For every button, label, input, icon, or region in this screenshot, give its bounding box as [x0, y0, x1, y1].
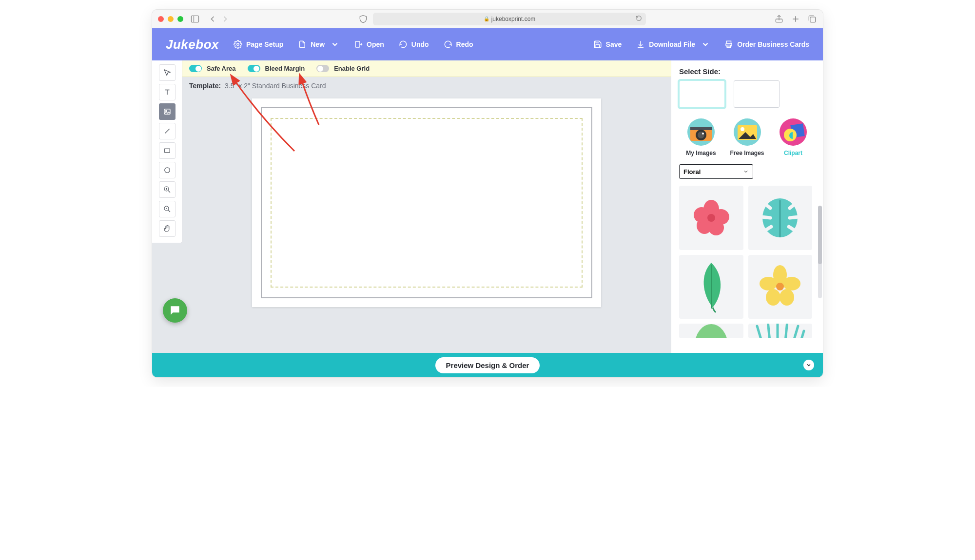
tab-free-images[interactable]: Free Images: [725, 117, 769, 156]
svg-point-29: [698, 132, 704, 138]
clipart-category-select[interactable]: Floral: [679, 164, 753, 179]
svg-point-53: [780, 289, 794, 306]
redo-icon: [444, 40, 452, 49]
canvas-stage[interactable]: [182, 90, 671, 353]
address-bar[interactable]: 🔒 jukeboxprint.com: [373, 13, 646, 25]
brand-logo[interactable]: Jukebox: [166, 37, 219, 52]
svg-rect-5: [810, 17, 816, 22]
circle-tool[interactable]: [159, 162, 176, 178]
redo-label: Redo: [456, 40, 473, 48]
gear-icon: [234, 40, 242, 49]
clipart-yellow-flower[interactable]: [748, 255, 813, 319]
tab-free-images-label: Free Images: [730, 150, 764, 156]
chevron-down-icon: [331, 40, 339, 49]
clipart-scrollbar[interactable]: [818, 206, 822, 298]
svg-line-61: [785, 324, 787, 338]
zoom-in-tool[interactable]: [159, 181, 176, 198]
tabs-icon[interactable]: [807, 14, 817, 24]
open-button[interactable]: Open: [354, 40, 384, 49]
svg-point-55: [760, 277, 777, 290]
save-icon: [593, 40, 602, 49]
svg-point-41: [694, 207, 709, 223]
safe-area-guide: [271, 118, 583, 288]
side-front-thumb[interactable]: [679, 80, 725, 108]
shapes-icon: [778, 117, 809, 147]
clipart-hibiscus[interactable]: [679, 186, 743, 250]
svg-line-19: [168, 191, 170, 193]
svg-line-59: [768, 324, 770, 338]
privacy-shield-icon[interactable]: [358, 14, 368, 24]
chevron-down-icon: [743, 169, 749, 174]
chat-support-button[interactable]: [163, 298, 187, 323]
tab-clipart[interactable]: Clipart: [771, 117, 815, 156]
svg-point-30: [702, 133, 704, 135]
canvas-column: Safe Area Bleed Margin Enable Grid Templ…: [182, 60, 671, 353]
svg-point-17: [164, 168, 170, 173]
browser-chrome: 🔒 jukeboxprint.com: [152, 10, 823, 28]
template-label: Template:: [189, 82, 221, 90]
chevron-down-icon: [701, 40, 710, 49]
image-tool[interactable]: [159, 103, 176, 120]
text-tool[interactable]: [159, 84, 176, 100]
save-label: Save: [606, 40, 622, 48]
tab-my-images[interactable]: My Images: [679, 117, 723, 156]
svg-point-33: [741, 127, 744, 131]
svg-point-56: [776, 283, 784, 290]
download-label: Download File: [649, 40, 695, 48]
minimize-window[interactable]: [168, 16, 174, 22]
enable-grid-toggle[interactable]: [316, 65, 329, 72]
select-tool[interactable]: [159, 64, 176, 81]
undo-label: Undo: [411, 40, 429, 48]
order-button[interactable]: Order Business Cards: [724, 40, 809, 49]
save-button[interactable]: Save: [593, 40, 622, 49]
new-label: New: [311, 40, 325, 48]
pan-tool[interactable]: [159, 220, 176, 237]
file-icon: [298, 40, 307, 49]
traffic-lights: [158, 16, 183, 22]
canvas-options-bar: Safe Area Bleed Margin Enable Grid: [182, 60, 671, 77]
forward-button[interactable]: [220, 14, 230, 24]
bottom-bar: Preview Design & Order: [152, 353, 823, 377]
enable-grid-label: Enable Grid: [334, 65, 370, 72]
line-tool[interactable]: [159, 123, 176, 139]
clipart-category-value: Floral: [683, 168, 701, 175]
zoom-out-tool[interactable]: [159, 201, 176, 217]
svg-rect-7: [355, 41, 360, 47]
content-area: Safe Area Bleed Margin Enable Grid Templ…: [152, 60, 823, 353]
bleed-margin-toggle[interactable]: [248, 65, 260, 72]
svg-point-6: [237, 43, 239, 46]
back-button[interactable]: [208, 14, 217, 24]
download-file-button[interactable]: Download File: [636, 40, 710, 49]
new-button[interactable]: New: [298, 40, 339, 49]
side-back-thumb[interactable]: [734, 80, 780, 108]
tab-clipart-label: Clipart: [784, 150, 802, 156]
safe-area-toggle[interactable]: [189, 65, 202, 72]
redo-button[interactable]: Redo: [444, 40, 473, 49]
download-icon: [636, 40, 645, 49]
open-label: Open: [367, 40, 384, 48]
new-tab-icon[interactable]: [791, 14, 800, 24]
close-window[interactable]: [158, 16, 164, 22]
tab-my-images-label: My Images: [686, 150, 716, 156]
expand-bottom-bar[interactable]: [803, 360, 814, 370]
safe-area-label: Safe Area: [207, 65, 236, 72]
rectangle-tool[interactable]: [159, 142, 176, 159]
preview-order-button[interactable]: Preview Design & Order: [435, 357, 540, 373]
svg-line-48: [790, 217, 799, 218]
undo-button[interactable]: Undo: [399, 40, 429, 49]
design-canvas[interactable]: [252, 98, 601, 307]
share-icon[interactable]: [774, 14, 784, 24]
right-panel: Select Side: My Images Free Images: [671, 60, 823, 353]
sidebar-toggle-icon[interactable]: [190, 14, 200, 24]
page-setup-label: Page Setup: [246, 40, 283, 48]
clipart-grass-top[interactable]: [748, 324, 813, 338]
refresh-icon[interactable]: [636, 15, 642, 23]
clipart-monstera[interactable]: [748, 186, 813, 250]
clipart-plant-top[interactable]: [679, 324, 743, 338]
svg-line-58: [757, 326, 763, 338]
lock-icon: 🔒: [484, 16, 489, 21]
template-value: 3.5" x 2" Standard Business Card: [225, 82, 326, 90]
clipart-leaf[interactable]: [679, 255, 743, 319]
page-setup-button[interactable]: Page Setup: [234, 40, 283, 49]
maximize-window[interactable]: [177, 16, 183, 22]
